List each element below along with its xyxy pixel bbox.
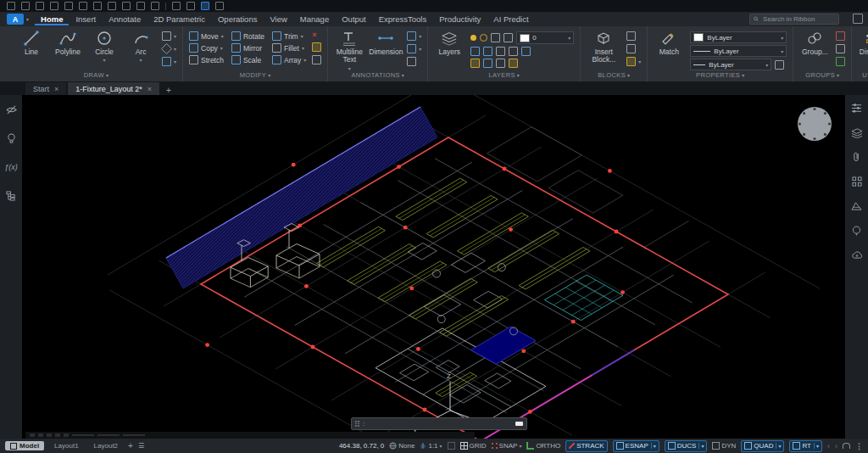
- leader-button[interactable]: ▾: [407, 31, 421, 41]
- save-icon[interactable]: [36, 2, 44, 10]
- toggle-rt[interactable]: RT ▾: [789, 440, 822, 452]
- group-explode-button[interactable]: [836, 57, 845, 66]
- link-icon[interactable]: [108, 2, 116, 10]
- close-icon[interactable]: ×: [147, 85, 152, 93]
- hatch-button[interactable]: ▾: [162, 44, 176, 53]
- open-icon[interactable]: [21, 2, 30, 10]
- attachments-icon[interactable]: [851, 151, 863, 163]
- tips-icon[interactable]: [851, 225, 863, 237]
- fillet-button[interactable]: Fillet▾: [272, 43, 306, 53]
- panel-label-layers[interactable]: LAYERS▾: [434, 71, 574, 81]
- view-navigation-compass[interactable]: [796, 105, 833, 146]
- toggle-snap[interactable]: SNAP ▾: [492, 442, 522, 450]
- explode-button[interactable]: [312, 42, 321, 52]
- layout-tab-layout1[interactable]: Layout1: [49, 441, 83, 450]
- layer-set-current-icon[interactable]: [521, 47, 531, 56]
- dimension-button[interactable]: Dimension: [370, 30, 401, 56]
- block-attach-button[interactable]: [626, 44, 641, 53]
- layer-on-icon[interactable]: [470, 35, 476, 41]
- region-button[interactable]: ▾: [162, 57, 176, 66]
- trim-button[interactable]: Trim▾: [272, 31, 306, 41]
- save-as-icon[interactable]: [50, 2, 58, 10]
- search-input[interactable]: [761, 14, 835, 24]
- toggle-grid[interactable]: GRID: [460, 442, 487, 450]
- new-document-tab-button[interactable]: +: [161, 86, 176, 95]
- toggle-quad[interactable]: QUAD ▾: [741, 440, 784, 452]
- command-bar-drag-handle[interactable]: [355, 421, 359, 427]
- color-dropdown[interactable]: ByLayer ▾: [690, 31, 787, 43]
- tab-annotate[interactable]: Annotate: [103, 14, 147, 25]
- redo-icon[interactable]: [93, 2, 102, 10]
- online-icon[interactable]: [215, 2, 224, 10]
- circle-dropdown-icon[interactable]: ▾: [103, 58, 105, 64]
- tab-2d-parametric[interactable]: 2D Parametric: [147, 14, 211, 25]
- drawing-canvas[interactable]: ZXY :: [22, 95, 845, 439]
- layers-panel-icon[interactable]: [851, 126, 863, 138]
- toggle-ortho[interactable]: ORTHO: [526, 442, 560, 450]
- toggle-ducs[interactable]: DUCS ▾: [665, 440, 708, 452]
- render-settings-icon[interactable]: [186, 2, 195, 10]
- layer-unisolate-icon[interactable]: [483, 47, 492, 56]
- copy-icon[interactable]: [122, 2, 131, 10]
- layer-thaw-icon[interactable]: [509, 59, 518, 68]
- fields-icon[interactable]: ƒ(x): [5, 161, 17, 173]
- cloud-icon[interactable]: [851, 249, 863, 261]
- tab-manage[interactable]: Manage: [294, 14, 335, 25]
- ucs-indicator[interactable]: None: [389, 442, 415, 450]
- layer-isolate-icon[interactable]: [470, 47, 480, 56]
- tab-productivity[interactable]: Productivity: [433, 14, 487, 25]
- layer-lock-icon[interactable]: [491, 33, 500, 42]
- layer-restore-icon[interactable]: [496, 59, 505, 68]
- distance-button[interactable]: Distance ▾: [858, 30, 868, 64]
- multiline-text-button[interactable]: Multiline Text ▾: [334, 30, 364, 71]
- layer-select-dropdown[interactable]: 0 ▾: [516, 31, 574, 44]
- block-edit-button[interactable]: [626, 31, 641, 41]
- scale-button[interactable]: Scale: [231, 55, 264, 64]
- tab-output[interactable]: Output: [336, 14, 372, 25]
- linetype-dropdown[interactable]: ByLayer ▾: [690, 59, 771, 70]
- isolate-objects-icon[interactable]: [5, 103, 17, 115]
- group-add-button[interactable]: [836, 31, 845, 41]
- properties-panel-icon[interactable]: [851, 102, 863, 114]
- quad-chevron-icon[interactable]: ▾: [776, 443, 781, 449]
- publish-icon[interactable]: [136, 2, 145, 10]
- toggle-dyn[interactable]: DYN: [712, 442, 736, 450]
- block-define-button[interactable]: ▾: [626, 57, 641, 66]
- view-settings-icon[interactable]: [172, 2, 181, 10]
- panel-label-blocks[interactable]: BLOCKS▾: [587, 71, 641, 81]
- tab-operations[interactable]: Operations: [212, 14, 263, 25]
- layer-plot-icon[interactable]: [504, 33, 513, 42]
- annotation-scale[interactable]: 1:1 ▾: [420, 442, 442, 450]
- layout-tab-model[interactable]: Model: [5, 441, 44, 450]
- tab-expresstools[interactable]: ExpressTools: [373, 14, 433, 25]
- table-button[interactable]: [407, 57, 421, 66]
- notifications-bell-icon[interactable]: [843, 443, 850, 449]
- panel-label-groups[interactable]: GROUPS▾: [799, 71, 845, 81]
- doc-tab-fixture-layout[interactable]: 1-Fixture_Layout 2* ×: [68, 82, 159, 95]
- statusbar-next-button[interactable]: ›: [835, 442, 837, 450]
- toggle-esnap[interactable]: ESNAP ▾: [613, 440, 659, 452]
- render-materials-icon[interactable]: [851, 200, 863, 212]
- panel-label-properties[interactable]: PROPERTIES▾: [654, 71, 787, 81]
- mtext-dropdown-icon[interactable]: ▾: [348, 66, 351, 72]
- cursor-coordinates[interactable]: 464.38, 0.72, 0: [339, 442, 384, 450]
- layer-match-icon[interactable]: [496, 47, 505, 56]
- rt-chevron-icon[interactable]: ▾: [814, 443, 819, 449]
- group-button[interactable]: Group...: [799, 30, 830, 56]
- layers-button[interactable]: Layers: [434, 30, 465, 56]
- erase-button[interactable]: ×: [312, 31, 321, 39]
- rotate-button[interactable]: Rotate: [231, 31, 264, 41]
- rectangle-button[interactable]: ▾: [162, 31, 176, 41]
- print-icon[interactable]: [64, 2, 73, 10]
- workspace-active-icon[interactable]: [201, 2, 209, 10]
- ribbon-search[interactable]: [749, 14, 839, 25]
- layer-merge-icon[interactable]: [483, 59, 492, 68]
- line-button[interactable]: Line: [16, 30, 47, 56]
- panel-label-utilities[interactable]: UTILITIES▾: [858, 71, 868, 81]
- add-layout-button[interactable]: +: [128, 441, 133, 450]
- app-menu-chevron-icon[interactable]: ▾: [26, 16, 29, 22]
- polyline-button[interactable]: Polyline: [53, 30, 83, 56]
- layer-off-icon[interactable]: [470, 59, 480, 68]
- mirror-button[interactable]: Mirror: [231, 43, 264, 53]
- circle-button[interactable]: Circle ▾: [89, 30, 120, 64]
